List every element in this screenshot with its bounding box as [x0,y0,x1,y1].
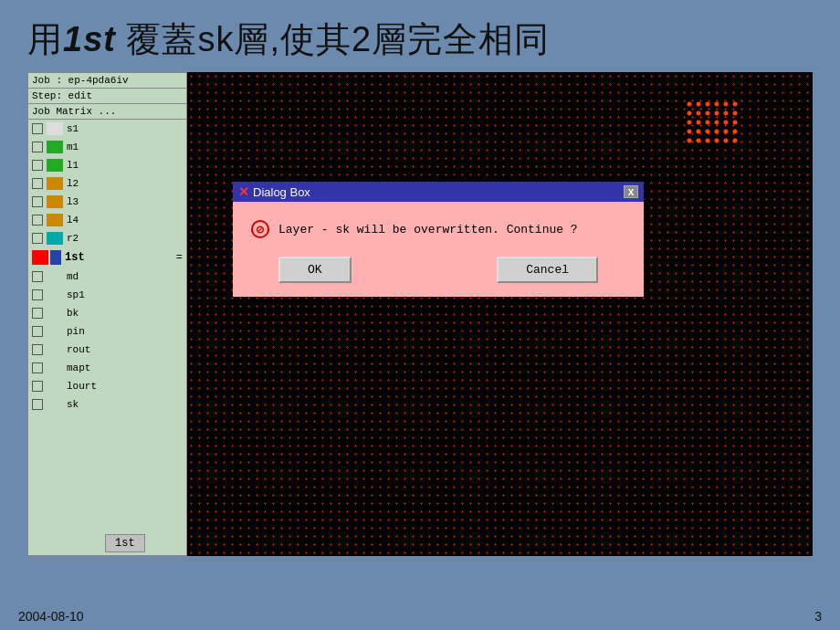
layer-name: pin [67,326,85,337]
page-number: 3 [814,609,822,624]
job-info: Job : ep-4pda6iv [28,73,186,89]
layer-name: lourt [67,381,97,392]
dialog-box: ✕ Dialog Box x ⊘ Layer - sk will be over… [233,182,644,297]
dialog-close-button[interactable]: x [624,185,638,198]
layer-tooltip: 1st [105,534,145,552]
list-item[interactable]: l3 [28,193,186,211]
list-item[interactable]: m1 [28,138,186,156]
layer-checkbox[interactable] [32,196,43,207]
layer-name: sp1 [67,289,85,300]
layer-color [47,398,63,411]
layer-color [47,325,63,338]
dialog-titlebar: ✕ Dialog Box x [233,182,644,202]
layer-checkbox[interactable] [32,233,43,244]
layer-name: m1 [67,142,79,152]
list-item[interactable]: l2 [28,174,186,193]
bottom-bar: 2004-08-10 3 [0,603,840,630]
layer-color [47,270,63,283]
title-area: 用1st 覆蓋sk層,使其2層完全相同 [0,0,840,72]
layer-color [47,289,63,301]
layer-name: md [67,271,79,282]
ok-button[interactable]: OK [278,257,352,283]
cancel-button[interactable]: Cancel [497,257,598,283]
layer-color [47,177,63,190]
layer-checkbox[interactable] [32,271,43,282]
layer-checkbox[interactable] [32,178,43,189]
dialog-body: ⊘ Layer - sk will be overwritten. Contin… [233,202,644,297]
layer-name: rout [67,344,90,355]
layer-color [47,232,63,245]
selected-layer-name: 1st [65,251,176,264]
list-item[interactable]: bk [28,304,186,322]
dialog-buttons: OK Cancel [251,257,625,283]
list-item[interactable]: md [28,268,186,286]
layer-checkbox[interactable] [32,344,43,355]
layer-name: bk [67,308,79,319]
layer-color [47,362,63,374]
layer-list: s1 m1 l1 l2 [28,120,186,414]
layer-name: l3 [67,196,79,207]
list-item[interactable]: s1 [28,120,186,138]
layer-name: l4 [67,215,79,226]
title-prefix: 用 [27,20,63,58]
layer-color [47,195,63,208]
title-suffix: 覆蓋sk層,使其2層完全相同 [116,20,550,58]
layer-checkbox[interactable] [32,215,43,226]
list-item[interactable]: l4 [28,211,186,229]
layer-name: mapt [67,362,90,373]
layer-checkbox[interactable] [32,326,43,337]
list-item[interactable]: pin [28,322,186,341]
x-icon: ✕ [238,184,249,199]
layer-checkbox[interactable] [32,123,43,134]
main-content: Job : ep-4pda6iv Step: edit Job Matrix .… [27,72,813,556]
layer-color [47,380,63,393]
no-symbol-icon: ⊘ [251,220,269,238]
list-item[interactable]: sk [28,395,186,414]
left-panel: Job : ep-4pda6iv Step: edit Job Matrix .… [27,72,187,556]
layer-color [47,122,63,135]
pcb-highlight-1 [685,100,740,145]
layer-color [47,159,63,172]
layer-color [47,307,63,320]
selected-layer-eq: = [176,251,183,264]
layer-name: s1 [67,123,79,134]
layer-checkbox[interactable] [32,160,43,171]
title-bold: 1st [63,20,116,58]
dialog-title: Dialog Box [253,185,624,199]
selected-red-indicator [32,250,48,265]
list-item[interactable]: mapt [28,359,186,377]
layer-checkbox[interactable] [32,142,43,152]
step-info: Step: edit [28,89,186,104]
layer-checkbox[interactable] [32,381,43,392]
list-item[interactable]: lourt [28,377,186,395]
date-label: 2004-08-10 [18,609,84,624]
layer-checkbox[interactable] [32,289,43,300]
layer-color [47,214,63,226]
selected-layer-row[interactable]: 1st = [28,247,186,268]
layer-checkbox[interactable] [32,308,43,319]
selected-blue-indicator [50,250,61,265]
layer-color [47,343,63,356]
layer-checkbox[interactable] [32,362,43,373]
dialog-message: Layer - sk will be overwritten. Continue… [278,223,578,236]
list-item[interactable]: l1 [28,156,186,174]
layer-checkbox[interactable] [32,399,43,410]
list-item[interactable]: rout [28,341,186,359]
layer-name: sk [67,399,79,410]
page-title: 用1st 覆蓋sk層,使其2層完全相同 [27,16,813,63]
matrix-button[interactable]: Job Matrix ... [28,104,186,120]
list-item[interactable]: r2 [28,229,186,247]
dialog-message-row: ⊘ Layer - sk will be overwritten. Contin… [251,220,625,238]
layer-name: r2 [67,233,79,244]
layer-name: l1 [67,160,79,171]
layer-name: l2 [67,178,79,189]
list-item[interactable]: sp1 [28,286,186,304]
pcb-view: /* dots rendered via CSS background belo… [187,72,813,556]
layer-color [47,141,63,153]
